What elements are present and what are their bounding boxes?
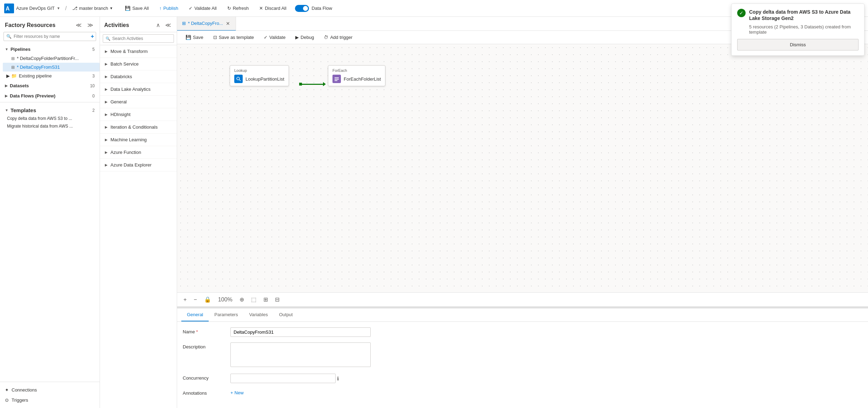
- filter-input[interactable]: [4, 32, 96, 41]
- save-button[interactable]: 💾 Save: [181, 33, 208, 42]
- toggle-label: Data Flow: [312, 6, 332, 11]
- lookup-node-label: LookupPartitionList: [245, 76, 284, 82]
- templates-section: ▼ Templates 2: [0, 104, 100, 115]
- discard-all-button[interactable]: ✕ Discard All: [254, 4, 291, 13]
- tab-pipeline-label: * DeltaCopyFro...: [188, 21, 223, 26]
- sidebar-header: Factory Resources ≪ ≫: [0, 17, 100, 32]
- publish-button[interactable]: ↑ Publish: [154, 4, 183, 13]
- activities-collapse-icon[interactable]: ∧: [155, 21, 162, 29]
- svg-rect-4: [335, 77, 339, 78]
- name-input-container: [230, 327, 371, 337]
- save-as-template-button[interactable]: ⊡ Save as template: [209, 33, 258, 42]
- chevron-down-icon: ▼: [57, 6, 60, 10]
- pipeline-tab[interactable]: ⊞ * DeltaCopyFro... ✕: [177, 17, 236, 31]
- tab-output[interactable]: Output: [274, 308, 298, 321]
- tab-parameters[interactable]: Parameters: [209, 308, 243, 321]
- pipelines-items: ⊞ * DeltaCopyFolderPartitionFr... ⊞ * De…: [0, 54, 100, 80]
- concurrency-label: Concurrency: [183, 374, 225, 381]
- activities-expand-icon[interactable]: ≪: [164, 21, 173, 29]
- sidebar-header-icons: ≪ ≫: [74, 21, 95, 29]
- activity-azure-data-explorer[interactable]: ▶ Azure Data Explorer: [100, 159, 177, 171]
- name-label: Name *: [183, 327, 225, 334]
- activity-data-lake-analytics[interactable]: ▶ Data Lake Analytics: [100, 83, 177, 96]
- save-all-button[interactable]: 💾 Save All: [120, 4, 154, 13]
- activity-databricks[interactable]: ▶ Databricks: [100, 70, 177, 83]
- name-input[interactable]: [230, 327, 371, 337]
- expand-icon[interactable]: ≫: [86, 21, 95, 29]
- minus-tool-button[interactable]: −: [191, 295, 199, 304]
- refresh-button[interactable]: ↻ Refresh: [222, 4, 254, 13]
- foreach-node-header: ForEach: [332, 68, 381, 73]
- dataflows-group-header[interactable]: ▶ Data Flows (Preview) 0: [0, 91, 100, 101]
- collapse-icon[interactable]: ≪: [74, 21, 83, 29]
- add-trigger-icon: ⏱: [324, 35, 328, 40]
- toggle-switch[interactable]: [295, 5, 309, 12]
- existing-pipeline-label: Existing pipeline: [19, 73, 52, 79]
- debug-button[interactable]: ▶ Debug: [291, 33, 318, 42]
- activity-label: HDInsight: [110, 112, 130, 117]
- activity-azure-function[interactable]: ▶ Azure Function: [100, 146, 177, 159]
- datasets-group-header[interactable]: ▶ Datasets 10: [0, 81, 100, 90]
- svg-rect-6: [335, 80, 337, 81]
- toast-notification: ✓ Copy delta data from AWS S3 to Azure D…: [731, 4, 864, 56]
- tab-general[interactable]: General: [181, 308, 209, 321]
- activity-machine-learning[interactable]: ▶ Machine Learning: [100, 134, 177, 146]
- activity-label: Move & Transform: [110, 49, 148, 54]
- foreach-node[interactable]: ForEach ForEachFolderList: [328, 65, 385, 86]
- existing-pipeline-group[interactable]: ▶ 📁 Existing pipeline 3: [3, 72, 100, 80]
- select-tool-button[interactable]: ⬚: [249, 295, 258, 304]
- activity-arrow-icon: ▶: [105, 150, 108, 154]
- activity-batch-service[interactable]: ▶ Batch Service: [100, 58, 177, 70]
- tab-close-button[interactable]: ✕: [225, 21, 231, 26]
- validate-button[interactable]: ✓ Validate: [260, 33, 290, 42]
- concurrency-input-container: ℹ: [230, 374, 371, 383]
- pipeline-item-delta-folder[interactable]: ⊞ * DeltaCopyFolderPartitionFr...: [3, 54, 100, 63]
- toast-dismiss-button[interactable]: Dismiss: [737, 39, 859, 50]
- add-resource-button[interactable]: +: [91, 33, 94, 40]
- lookup-node[interactable]: Lookup LookupPartitionList: [230, 65, 289, 86]
- template-item-1[interactable]: Copy delta data from AWS S3 to ...: [0, 115, 100, 122]
- branch-selector[interactable]: ⎇ master branch ▼: [69, 4, 116, 12]
- triggers-item[interactable]: ⊙ Triggers: [5, 395, 95, 405]
- layout-tool-button[interactable]: ⊟: [273, 295, 282, 304]
- pipelines-group-header[interactable]: ▼ Pipelines 5: [0, 45, 100, 54]
- tab-variables[interactable]: Variables: [243, 308, 273, 321]
- validate-all-icon: ✓: [189, 6, 193, 11]
- activity-arrow-icon: ▶: [105, 49, 108, 53]
- sidebar-footer: ✦ Connections ⊙ Triggers: [0, 382, 100, 408]
- connections-item[interactable]: ✦ Connections: [5, 385, 95, 395]
- toast-title: Copy delta data from AWS S3 to Azure Dat…: [749, 9, 859, 21]
- add-annotation-button[interactable]: + New: [230, 389, 244, 397]
- annotations-input-container: + New: [230, 389, 371, 397]
- activity-general[interactable]: ▶ General: [100, 96, 177, 108]
- save-template-icon: ⊡: [213, 35, 217, 40]
- zoom-button[interactable]: 100%: [216, 295, 235, 304]
- toast-body: 5 resources (2 Pipelines, 3 Datasets) cr…: [737, 24, 859, 35]
- add-trigger-button[interactable]: ⏱ Add trigger: [319, 33, 357, 42]
- pipeline-canvas[interactable]: Lookup LookupPartitionList: [177, 44, 868, 292]
- validate-all-button[interactable]: ✓ Validate All: [184, 4, 221, 13]
- annotations-label: Annotations: [183, 389, 225, 396]
- activity-hdinsight[interactable]: ▶ HDInsight: [100, 108, 177, 121]
- lock-tool-button[interactable]: 🔒: [202, 295, 213, 304]
- description-textarea[interactable]: [230, 342, 371, 367]
- add-tool-button[interactable]: +: [181, 295, 189, 304]
- pipeline-item-delta-s31[interactable]: ⊞ * DeltaCopyFromS31: [3, 63, 100, 72]
- concurrency-input[interactable]: [230, 374, 336, 383]
- svg-point-2: [237, 77, 240, 80]
- foreach-node-body: ForEachFolderList: [332, 75, 381, 83]
- activity-iteration-conditionals[interactable]: ▶ Iteration & Conditionals: [100, 121, 177, 134]
- grid-tool-button[interactable]: ⊞: [261, 295, 270, 304]
- concurrency-info-icon[interactable]: ℹ: [337, 376, 339, 381]
- pipeline-item-label-active: * DeltaCopyFromS31: [17, 64, 60, 70]
- activity-arrow-icon: ▶: [105, 87, 108, 91]
- templates-count: 2: [92, 108, 95, 113]
- branch-label: master branch: [79, 6, 108, 11]
- filter-search-box: 🔍 +: [4, 32, 96, 41]
- template-item-2[interactable]: Migrate historical data from AWS ...: [0, 122, 100, 130]
- activities-search-input[interactable]: [103, 34, 174, 43]
- activity-move-transform[interactable]: ▶ Move & Transform: [100, 45, 177, 58]
- data-flow-toggle[interactable]: Data Flow: [295, 5, 332, 12]
- fit-view-button[interactable]: ⊕: [237, 295, 246, 304]
- publish-icon: ↑: [159, 6, 162, 11]
